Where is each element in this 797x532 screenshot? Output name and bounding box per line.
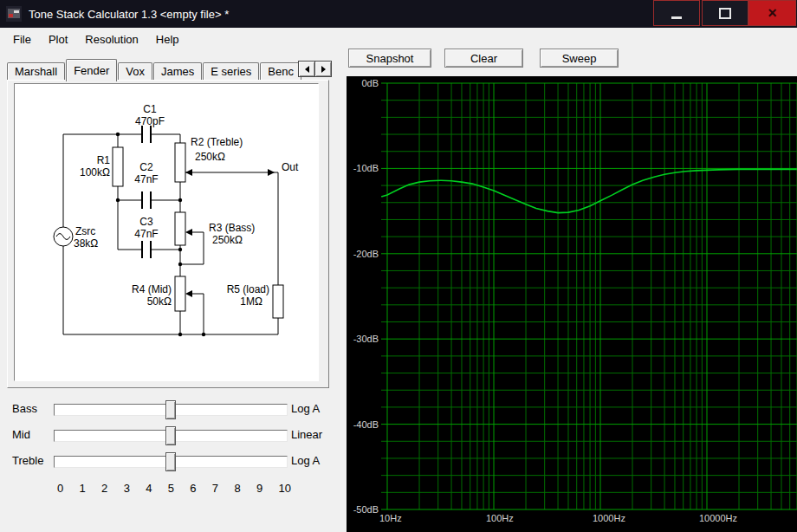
circuit-diagram: C1 470pF R1 100kΩ R2 (Treble) 250kΩ C2 4… <box>14 83 319 381</box>
maximize-icon <box>719 8 731 19</box>
value-r2: 250kΩ <box>195 151 225 163</box>
scale-number: 1 <box>80 482 86 495</box>
mid-slider[interactable] <box>54 430 288 442</box>
y-tick-label: -50dB <box>353 504 379 515</box>
scale-number: 10 <box>278 482 290 495</box>
treble-slider[interactable] <box>54 456 288 468</box>
circuit-schematic: C1 470pF R1 100kΩ R2 (Treble) 250kΩ C2 4… <box>15 84 318 380</box>
junction-dot <box>178 333 182 336</box>
resistor-r4-mid <box>175 276 185 311</box>
value-r3: 250kΩ <box>212 234 243 246</box>
capacitor-c3 <box>142 241 151 258</box>
tab-scroll-control <box>298 61 332 77</box>
maximize-button[interactable] <box>702 0 748 26</box>
bass-label: Bass <box>12 402 37 415</box>
app-window: Tone Stack Calculator 1.3 <empty file> *… <box>0 0 797 532</box>
bass-taper-label: Log A <box>291 402 320 415</box>
scale-number: 9 <box>256 482 262 495</box>
bass-slider-thumb[interactable] <box>165 400 176 419</box>
tab-scroll-left-button[interactable] <box>299 62 314 76</box>
label-c2: C2 <box>139 161 153 173</box>
close-icon: × <box>768 5 777 21</box>
junction-dot <box>178 263 182 266</box>
plot-canvas: 0dB-10dB-20dB-30dB-40dB-50dB10Hz100Hz100… <box>347 76 797 532</box>
label-r3: R3 (Bass) <box>209 222 255 234</box>
value-r1: 100kΩ <box>80 166 110 178</box>
scale-number: 2 <box>101 482 107 495</box>
app-icon <box>6 6 22 22</box>
minimize-icon <box>671 16 682 19</box>
capacitor-c1 <box>142 126 151 143</box>
y-tick-label: -30dB <box>353 334 379 344</box>
resistor-r5-load <box>273 285 283 318</box>
frequency-response-plot: 0dB-10dB-20dB-30dB-40dB-50dB10Hz100Hz100… <box>347 76 797 532</box>
scale-number: 7 <box>212 482 218 495</box>
slider-scale: 012345678910 <box>57 482 291 495</box>
y-tick-label: -20dB <box>353 249 379 259</box>
tab-vox[interactable]: Vox <box>118 62 152 80</box>
value-c3: 47nF <box>134 228 158 240</box>
tab-page-fender: C1 470pF R1 100kΩ R2 (Treble) 250kΩ C2 4… <box>7 80 329 388</box>
mid-taper-label: Linear <box>291 428 322 441</box>
resistor-r3-bass <box>175 212 185 245</box>
scale-number: 3 <box>124 482 130 495</box>
resistor-r1 <box>113 147 123 186</box>
y-tick-label: 0dB <box>361 78 379 88</box>
junction-dot <box>178 198 182 202</box>
value-r4: 50kΩ <box>147 295 172 308</box>
minimize-button[interactable] <box>653 0 700 26</box>
window-title: Tone Stack Calculator 1.3 <empty file> * <box>29 8 229 21</box>
label-zsrc: Zsrc <box>75 225 95 237</box>
tone-stack-tabs: Marshall Fender Vox James E series Benc <box>7 59 302 81</box>
sweep-button[interactable]: Sweep <box>540 49 619 68</box>
output-arrow-icon <box>268 169 275 176</box>
scale-number: 0 <box>57 482 63 495</box>
menubar: File Plot Resolution Help <box>0 28 797 50</box>
wiper-arrow-icon <box>185 290 192 297</box>
menu-help[interactable]: Help <box>147 29 188 49</box>
slider-row-treble: Treble Log A <box>0 452 338 475</box>
close-button[interactable]: × <box>748 0 796 26</box>
label-c3: C3 <box>139 216 153 228</box>
junction-dot <box>116 133 120 136</box>
label-r4: R4 (Mid) <box>132 283 172 295</box>
label-r2: R2 (Treble) <box>191 136 243 148</box>
y-tick-label: -40dB <box>353 419 379 430</box>
y-tick-label: -10dB <box>353 163 379 173</box>
titlebar: Tone Stack Calculator 1.3 <empty file> *… <box>0 0 797 28</box>
tab-fender[interactable]: Fender <box>66 59 117 81</box>
clear-button[interactable]: Clear <box>444 49 523 68</box>
capacitor-c2 <box>142 191 151 209</box>
slider-row-bass: Bass Log A <box>0 400 338 423</box>
value-r5: 1MΩ <box>240 295 262 308</box>
mid-slider-thumb[interactable] <box>165 426 176 445</box>
wiper-arrow-icon <box>185 169 192 176</box>
label-r1: R1 <box>97 154 111 166</box>
mid-label: Mid <box>12 428 30 441</box>
x-tick-label: 1000Hz <box>593 513 625 523</box>
menu-plot[interactable]: Plot <box>40 29 76 49</box>
right-arrow-icon <box>321 66 326 73</box>
x-tick-label: 10Hz <box>379 513 402 523</box>
tab-marshall[interactable]: Marshall <box>7 62 65 80</box>
menu-resolution[interactable]: Resolution <box>76 29 146 49</box>
junction-dot <box>202 333 205 336</box>
scale-number: 6 <box>190 482 196 495</box>
treble-slider-thumb[interactable] <box>165 452 176 471</box>
value-c1: 470pF <box>135 115 165 127</box>
x-tick-label: 100Hz <box>486 513 514 523</box>
tab-bench[interactable]: Benc <box>260 62 301 80</box>
wiper-arrow-icon <box>185 229 192 236</box>
wire <box>185 172 278 334</box>
tab-james[interactable]: James <box>153 62 202 80</box>
junction-dot <box>116 198 120 202</box>
junction-dot <box>178 248 182 251</box>
menu-file[interactable]: File <box>4 29 40 49</box>
tab-scroll-right-button[interactable] <box>314 62 331 76</box>
bass-slider[interactable] <box>54 404 288 416</box>
scale-number: 8 <box>234 482 240 495</box>
resistor-r2-treble <box>175 143 185 182</box>
tab-e-series[interactable]: E series <box>203 62 259 80</box>
snapshot-button[interactable]: Snapshot <box>348 49 431 68</box>
wire <box>192 294 204 334</box>
